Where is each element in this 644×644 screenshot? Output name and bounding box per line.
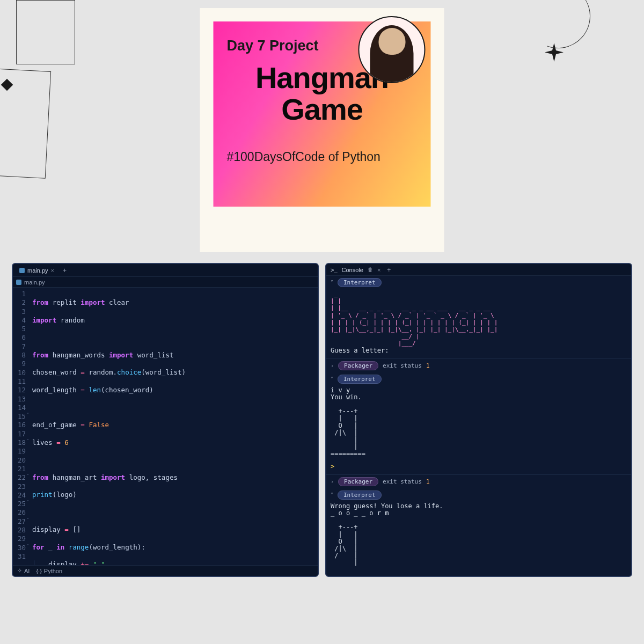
new-tab-button[interactable]: + xyxy=(61,267,69,274)
editor-tab-mainpy[interactable]: main.py × xyxy=(16,267,57,274)
python-icon xyxy=(16,280,21,285)
interpret-pill: Interpret xyxy=(338,278,382,287)
chevron-right-icon: › xyxy=(331,363,334,369)
console-output-3: Wrong guess! You lose a life. _ o o _ _ … xyxy=(326,502,631,571)
section-bar-interpret-1[interactable]: ˅ Interpret xyxy=(326,276,631,289)
interpret-pill: Interpret xyxy=(338,375,382,384)
tab-label: main.py xyxy=(27,267,48,274)
chevron-down-icon: ˅ xyxy=(331,280,333,286)
editor-tab-bar: main.py × + xyxy=(13,264,318,277)
line-gutter: 1234567891011121314 15˅1617 18˅192021 22… xyxy=(13,288,29,565)
decorative-box-1 xyxy=(16,0,75,64)
console-section-3: › Packager exit status 1 ˅ Interpret Wro… xyxy=(326,475,631,571)
console-close-icon[interactable]: × xyxy=(377,267,380,273)
avatar xyxy=(358,16,426,83)
console-section-2: › Packager exit status 1 ˅ Interpret i v… xyxy=(326,359,631,475)
python-icon xyxy=(19,268,25,273)
section-bar-packager-1[interactable]: › Packager exit status 1 xyxy=(326,359,631,372)
console-prompt[interactable]: > xyxy=(326,462,631,474)
code-lines[interactable]: from replit import clear import random f… xyxy=(29,288,318,565)
code-area[interactable]: 1234567891011121314 15˅1617 18˅192021 22… xyxy=(13,288,318,565)
section-bar-interpret-2[interactable]: ˅ Interpret xyxy=(326,372,631,386)
close-icon[interactable]: × xyxy=(51,267,54,274)
console-header: >_ Console 🗑 × + xyxy=(326,264,631,276)
console-new-tab[interactable]: + xyxy=(385,266,393,274)
breadcrumb: main.py xyxy=(13,277,318,288)
section-bar-packager-2[interactable]: › Packager exit status 1 xyxy=(326,475,631,488)
packager-pill: Packager xyxy=(338,361,378,370)
console-section-1: ˅ Interpret _ | | | |__ __ _ _ __ __ _ _… xyxy=(326,276,631,359)
console-title: Console xyxy=(342,267,363,273)
status-bar: ✧AI {·}Python xyxy=(13,565,318,576)
exit-status-code: 1 xyxy=(426,478,430,485)
chevron-down-icon: ˅ xyxy=(331,492,333,498)
editors-row: main.py × + main.py 1234567891011121314 … xyxy=(12,263,632,577)
section-bar-interpret-3[interactable]: ˅ Interpret xyxy=(326,488,631,502)
console-pane: >_ Console 🗑 × + ˅ Interpret _ | | xyxy=(325,263,632,577)
guess-prompt: Guess a letter: xyxy=(331,347,393,354)
hero-card-gradient: Day 7 Project Hangman Game #100DaysOfCod… xyxy=(214,21,431,207)
interpret-pill: Interpret xyxy=(338,491,382,500)
editor-pane: main.py × + main.py 1234567891011121314 … xyxy=(12,263,319,577)
card-hashtag: #100DaysOfCode of Python xyxy=(227,150,418,164)
status-language[interactable]: {·}Python xyxy=(36,568,62,574)
exit-status-label: exit status xyxy=(383,362,422,369)
trash-icon[interactable]: 🗑 xyxy=(368,267,373,273)
chevron-right-icon: › xyxy=(331,479,334,485)
decorative-arc xyxy=(515,0,601,59)
card-title-line2: Game xyxy=(227,94,418,126)
exit-status-label: exit status xyxy=(383,478,422,485)
console-output-1: _ | | | |__ __ _ _ __ __ _ _ __ ___ __ _… xyxy=(326,289,631,358)
console-output-2: i v y You win. +---+ | | O | /|\ | | | =… xyxy=(326,386,631,462)
chevron-down-icon: ˅ xyxy=(331,376,333,382)
hero-card: Day 7 Project Hangman Game #100DaysOfCod… xyxy=(200,8,444,252)
breadcrumb-label: main.py xyxy=(24,279,45,286)
ascii-logo: _ | | | |__ __ _ _ __ __ _ _ __ ___ __ _… xyxy=(331,290,497,347)
console-body[interactable]: ˅ Interpret _ | | | |__ __ _ _ __ __ _ _… xyxy=(326,276,631,576)
packager-pill: Packager xyxy=(338,477,378,486)
status-ai[interactable]: ✧AI xyxy=(17,567,30,574)
terminal-icon: >_ xyxy=(331,267,338,273)
exit-status-code: 1 xyxy=(426,362,430,369)
